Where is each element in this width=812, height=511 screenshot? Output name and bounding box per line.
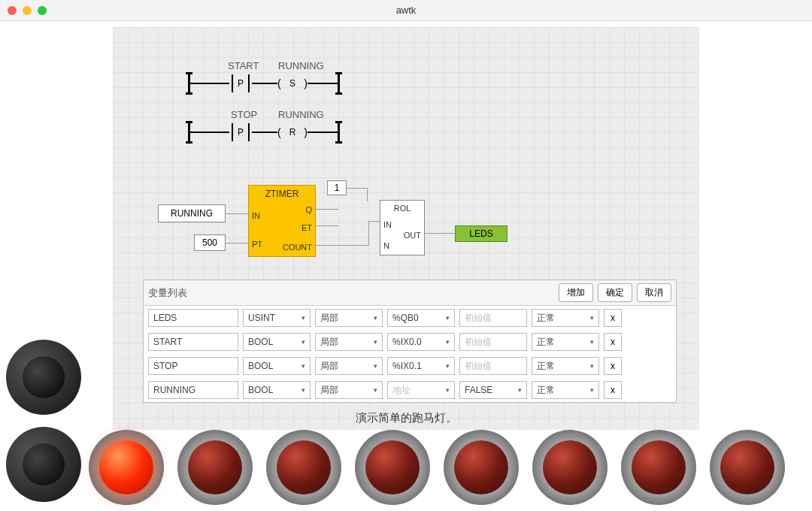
- dropdown-cell[interactable]: %QB0: [387, 309, 455, 327]
- text-cell[interactable]: 初始值: [459, 309, 527, 327]
- add-button[interactable]: 增加: [559, 283, 593, 302]
- led-6[interactable]: [532, 430, 607, 505]
- led-2[interactable]: [177, 430, 253, 505]
- demo-caption: 演示简单的跑马灯。: [113, 411, 699, 425]
- rung1-coil[interactable]: (S): [277, 74, 308, 92]
- wire-count-v: [368, 221, 369, 246]
- dropdown-cell[interactable]: 局部: [315, 381, 383, 399]
- rung1-wire2: [252, 83, 277, 84]
- led-bulb: [365, 440, 420, 494]
- text-cell[interactable]: 初始值: [459, 357, 527, 375]
- dropdown-cell[interactable]: %IX0.0: [387, 333, 455, 351]
- text-cell[interactable]: LEDS: [148, 309, 238, 327]
- led-4[interactable]: [355, 430, 430, 505]
- dropdown-cell[interactable]: 局部: [315, 333, 383, 351]
- dropdown-cell[interactable]: 正常: [532, 333, 599, 351]
- dropdown-cell[interactable]: BOOL: [243, 381, 311, 399]
- text-cell[interactable]: STOP: [148, 357, 238, 375]
- dropdown-cell[interactable]: BOOL: [243, 357, 311, 375]
- rung2-label-stop: STOP: [231, 109, 257, 120]
- dropdown-cell[interactable]: USINT: [243, 309, 311, 327]
- titlebar: awtk: [0, 0, 812, 21]
- led-8[interactable]: [710, 430, 785, 505]
- rung1-right-rail: [338, 72, 340, 95]
- rung1-label-running: RUNNING: [278, 60, 324, 71]
- led-bulb: [454, 440, 508, 494]
- wire-count-h2: [368, 221, 380, 222]
- rung2-wire2: [252, 132, 277, 133]
- dropdown-cell[interactable]: %IX0.1: [387, 357, 455, 375]
- led-bulb: [632, 440, 686, 494]
- rung2-contact-p[interactable]: P: [229, 123, 252, 141]
- led-7[interactable]: [621, 430, 696, 505]
- dropdown-cell[interactable]: FALSE: [459, 381, 527, 399]
- vartable-header: 变量列表 增加 确定 取消: [144, 280, 676, 306]
- client-area: START RUNNING P (S) STOP RUNNING P (R: [0, 21, 812, 511]
- text-cell[interactable]: RUNNING: [148, 381, 238, 399]
- delete-row-button[interactable]: x: [604, 381, 622, 399]
- rung2-wire3: [308, 132, 338, 133]
- workarea: START RUNNING P (S) STOP RUNNING P (R: [113, 27, 699, 430]
- dropdown-cell[interactable]: 正常: [532, 309, 599, 327]
- rung2-coil[interactable]: (R): [277, 123, 308, 141]
- led-bulb: [99, 440, 153, 494]
- rung1-wire3: [308, 83, 338, 84]
- led-5[interactable]: [444, 430, 519, 505]
- wire-running-in: [226, 213, 248, 214]
- const-1-box[interactable]: 1: [327, 180, 347, 195]
- dropdown-cell[interactable]: 正常: [532, 357, 599, 375]
- rol-block[interactable]: ROL IN N OUT: [380, 200, 425, 256]
- led-3[interactable]: [266, 430, 341, 505]
- wire-count-h1: [316, 245, 368, 246]
- vartable-body: LEDSUSINT局部%QB0初始值正常xSTARTBOOL局部%IX0.0初始…: [144, 306, 676, 402]
- led-bulb: [543, 440, 597, 494]
- leds-sink-box[interactable]: LEDS: [455, 225, 508, 242]
- ztimer-block[interactable]: ZTIMER IN PT Q ET COUNT: [248, 185, 316, 257]
- rung2-right-rail: [338, 121, 340, 144]
- rung1-contact-p[interactable]: P: [229, 74, 252, 92]
- led-1[interactable]: [89, 430, 164, 505]
- vartable-title: 变量列表: [148, 286, 187, 300]
- wire-out-led: [425, 233, 455, 234]
- led-bulb: [188, 440, 242, 494]
- variable-table: 变量列表 增加 确定 取消 LEDSUSINT局部%QB0初始值正常xSTART…: [143, 280, 677, 403]
- dropdown-cell[interactable]: 地址: [387, 381, 455, 399]
- delete-row-button[interactable]: x: [604, 333, 622, 351]
- vartable-row: STOPBOOL局部%IX0.1初始值正常x: [144, 354, 676, 378]
- wire-et: [316, 225, 338, 226]
- wire-1-v: [367, 188, 368, 201]
- ok-button[interactable]: 确定: [598, 283, 632, 302]
- joystick-1[interactable]: [6, 340, 81, 415]
- const-500-box[interactable]: 500: [194, 234, 226, 251]
- dropdown-cell[interactable]: 正常: [532, 381, 599, 399]
- wire-500-pt: [226, 243, 248, 243]
- window-title: awtk: [0, 5, 812, 16]
- dropdown-cell[interactable]: 局部: [315, 309, 383, 327]
- vartable-row: STARTBOOL局部%IX0.0初始值正常x: [144, 330, 676, 354]
- dropdown-cell[interactable]: 局部: [315, 357, 383, 375]
- led-bulb: [720, 440, 774, 494]
- led-bulb: [277, 440, 331, 494]
- delete-row-button[interactable]: x: [604, 357, 622, 375]
- led-row: [89, 427, 804, 508]
- text-cell[interactable]: 初始值: [459, 333, 527, 351]
- joystick-2[interactable]: [6, 427, 81, 502]
- cancel-button[interactable]: 取消: [637, 283, 671, 302]
- text-cell[interactable]: START: [148, 333, 238, 351]
- rung1-label-start: START: [228, 60, 259, 71]
- wire-1-h: [347, 188, 368, 189]
- rung1-wire1: [190, 83, 229, 84]
- rung2-wire1: [190, 132, 229, 133]
- vartable-row: RUNNINGBOOL局部地址FALSE正常x: [144, 378, 676, 402]
- dropdown-cell[interactable]: BOOL: [243, 333, 311, 351]
- wire-q: [316, 209, 338, 210]
- vartable-row: LEDSUSINT局部%QB0初始值正常x: [144, 306, 676, 330]
- rung2-label-running: RUNNING: [278, 109, 324, 120]
- delete-row-button[interactable]: x: [604, 309, 622, 327]
- running-source-box[interactable]: RUNNING: [158, 204, 226, 222]
